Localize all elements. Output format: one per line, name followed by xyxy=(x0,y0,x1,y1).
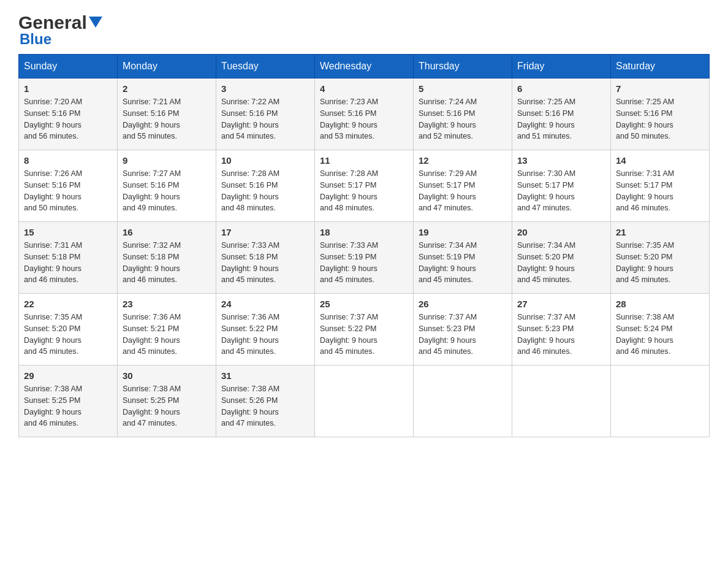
day-info: Sunrise: 7:38 AM Sunset: 5:26 PM Dayligh… xyxy=(221,383,309,429)
day-info: Sunrise: 7:26 AM Sunset: 5:16 PM Dayligh… xyxy=(24,168,112,214)
calendar-cell: 29 Sunrise: 7:38 AM Sunset: 5:25 PM Dayl… xyxy=(19,366,118,437)
day-number: 21 xyxy=(616,227,704,237)
calendar-cell: 22 Sunrise: 7:35 AM Sunset: 5:20 PM Dayl… xyxy=(19,294,118,366)
day-number: 20 xyxy=(517,227,605,237)
day-info: Sunrise: 7:22 AM Sunset: 5:16 PM Dayligh… xyxy=(221,96,309,142)
day-number: 13 xyxy=(517,155,605,166)
calendar-cell: 19 Sunrise: 7:34 AM Sunset: 5:19 PM Dayl… xyxy=(414,222,512,294)
calendar-table: SundayMondayTuesdayWednesdayThursdayFrid… xyxy=(18,54,710,437)
day-info: Sunrise: 7:25 AM Sunset: 5:16 PM Dayligh… xyxy=(517,96,605,142)
day-info: Sunrise: 7:38 AM Sunset: 5:25 PM Dayligh… xyxy=(123,383,211,429)
day-info: Sunrise: 7:23 AM Sunset: 5:16 PM Dayligh… xyxy=(320,96,408,142)
calendar-cell xyxy=(512,366,611,437)
header-thursday: Thursday xyxy=(414,55,512,79)
day-info: Sunrise: 7:34 AM Sunset: 5:19 PM Dayligh… xyxy=(419,240,507,286)
calendar-cell: 13 Sunrise: 7:30 AM Sunset: 5:17 PM Dayl… xyxy=(512,150,611,222)
calendar-cell: 14 Sunrise: 7:31 AM Sunset: 5:17 PM Dayl… xyxy=(611,150,710,222)
calendar-cell: 11 Sunrise: 7:28 AM Sunset: 5:17 PM Dayl… xyxy=(315,150,414,222)
week-row-1: 1 Sunrise: 7:20 AM Sunset: 5:16 PM Dayli… xyxy=(19,79,710,150)
week-row-5: 29 Sunrise: 7:38 AM Sunset: 5:25 PM Dayl… xyxy=(19,366,710,437)
day-info: Sunrise: 7:38 AM Sunset: 5:24 PM Dayligh… xyxy=(616,312,704,358)
calendar-cell: 12 Sunrise: 7:29 AM Sunset: 5:17 PM Dayl… xyxy=(414,150,512,222)
calendar-cell: 28 Sunrise: 7:38 AM Sunset: 5:24 PM Dayl… xyxy=(611,294,710,366)
day-number: 9 xyxy=(123,155,211,166)
calendar-cell: 27 Sunrise: 7:37 AM Sunset: 5:23 PM Dayl… xyxy=(512,294,611,366)
calendar-cell: 24 Sunrise: 7:36 AM Sunset: 5:22 PM Dayl… xyxy=(216,294,315,366)
day-info: Sunrise: 7:28 AM Sunset: 5:17 PM Dayligh… xyxy=(320,168,408,214)
calendar-cell: 4 Sunrise: 7:23 AM Sunset: 5:16 PM Dayli… xyxy=(315,79,414,150)
calendar-cell: 30 Sunrise: 7:38 AM Sunset: 5:25 PM Dayl… xyxy=(118,366,216,437)
calendar-cell: 20 Sunrise: 7:34 AM Sunset: 5:20 PM Dayl… xyxy=(512,222,611,294)
calendar-cell: 1 Sunrise: 7:20 AM Sunset: 5:16 PM Dayli… xyxy=(19,79,118,150)
header-sunday: Sunday xyxy=(19,55,118,79)
day-info: Sunrise: 7:20 AM Sunset: 5:16 PM Dayligh… xyxy=(24,96,112,142)
day-info: Sunrise: 7:29 AM Sunset: 5:17 PM Dayligh… xyxy=(419,168,507,214)
calendar-cell: 6 Sunrise: 7:25 AM Sunset: 5:16 PM Dayli… xyxy=(512,79,611,150)
day-number: 17 xyxy=(221,227,309,237)
calendar-cell: 25 Sunrise: 7:37 AM Sunset: 5:22 PM Dayl… xyxy=(315,294,414,366)
logo-blue-text: Blue xyxy=(20,31,51,48)
calendar-cell: 21 Sunrise: 7:35 AM Sunset: 5:20 PM Dayl… xyxy=(611,222,710,294)
calendar-cell: 8 Sunrise: 7:26 AM Sunset: 5:16 PM Dayli… xyxy=(19,150,118,222)
calendar-cell xyxy=(414,366,512,437)
header-wednesday: Wednesday xyxy=(315,55,414,79)
day-info: Sunrise: 7:36 AM Sunset: 5:21 PM Dayligh… xyxy=(123,312,211,358)
calendar-cell: 7 Sunrise: 7:25 AM Sunset: 5:16 PM Dayli… xyxy=(611,79,710,150)
calendar-cell: 16 Sunrise: 7:32 AM Sunset: 5:18 PM Dayl… xyxy=(118,222,216,294)
day-number: 26 xyxy=(419,299,507,309)
day-number: 25 xyxy=(320,299,408,309)
header-monday: Monday xyxy=(118,55,216,79)
day-info: Sunrise: 7:32 AM Sunset: 5:18 PM Dayligh… xyxy=(123,240,211,286)
day-number: 10 xyxy=(221,155,309,166)
day-number: 16 xyxy=(123,227,211,237)
day-number: 24 xyxy=(221,299,309,309)
day-number: 3 xyxy=(221,83,309,94)
day-info: Sunrise: 7:35 AM Sunset: 5:20 PM Dayligh… xyxy=(616,240,704,286)
day-number: 8 xyxy=(24,155,112,166)
calendar-cell: 15 Sunrise: 7:31 AM Sunset: 5:18 PM Dayl… xyxy=(19,222,118,294)
day-number: 6 xyxy=(517,83,605,94)
day-info: Sunrise: 7:31 AM Sunset: 5:18 PM Dayligh… xyxy=(24,240,112,286)
day-number: 7 xyxy=(616,83,704,94)
day-number: 19 xyxy=(419,227,507,237)
page-header: General Blue xyxy=(18,12,710,48)
day-number: 23 xyxy=(123,299,211,309)
day-info: Sunrise: 7:37 AM Sunset: 5:23 PM Dayligh… xyxy=(419,312,507,358)
calendar-cell: 9 Sunrise: 7:27 AM Sunset: 5:16 PM Dayli… xyxy=(118,150,216,222)
calendar-cell: 2 Sunrise: 7:21 AM Sunset: 5:16 PM Dayli… xyxy=(118,79,216,150)
day-info: Sunrise: 7:30 AM Sunset: 5:17 PM Dayligh… xyxy=(517,168,605,214)
day-info: Sunrise: 7:25 AM Sunset: 5:16 PM Dayligh… xyxy=(616,96,704,142)
day-number: 14 xyxy=(616,155,704,166)
day-info: Sunrise: 7:36 AM Sunset: 5:22 PM Dayligh… xyxy=(221,312,309,358)
day-info: Sunrise: 7:33 AM Sunset: 5:19 PM Dayligh… xyxy=(320,240,408,286)
week-row-2: 8 Sunrise: 7:26 AM Sunset: 5:16 PM Dayli… xyxy=(19,150,710,222)
day-number: 18 xyxy=(320,227,408,237)
day-number: 2 xyxy=(123,83,211,94)
day-info: Sunrise: 7:37 AM Sunset: 5:22 PM Dayligh… xyxy=(320,312,408,358)
calendar-cell xyxy=(315,366,414,437)
day-info: Sunrise: 7:21 AM Sunset: 5:16 PM Dayligh… xyxy=(123,96,211,142)
day-info: Sunrise: 7:31 AM Sunset: 5:17 PM Dayligh… xyxy=(616,168,704,214)
calendar-cell: 10 Sunrise: 7:28 AM Sunset: 5:16 PM Dayl… xyxy=(216,150,315,222)
day-number: 30 xyxy=(123,370,211,381)
day-number: 27 xyxy=(517,299,605,309)
header-tuesday: Tuesday xyxy=(216,55,315,79)
day-info: Sunrise: 7:38 AM Sunset: 5:25 PM Dayligh… xyxy=(24,383,112,429)
calendar-cell: 18 Sunrise: 7:33 AM Sunset: 5:19 PM Dayl… xyxy=(315,222,414,294)
calendar-cell: 5 Sunrise: 7:24 AM Sunset: 5:16 PM Dayli… xyxy=(414,79,512,150)
calendar-cell: 17 Sunrise: 7:33 AM Sunset: 5:18 PM Dayl… xyxy=(216,222,315,294)
day-number: 4 xyxy=(320,83,408,94)
logo-general-text: General xyxy=(18,12,87,33)
day-number: 22 xyxy=(24,299,112,309)
week-row-3: 15 Sunrise: 7:31 AM Sunset: 5:18 PM Dayl… xyxy=(19,222,710,294)
day-number: 28 xyxy=(616,299,704,309)
day-number: 1 xyxy=(24,83,112,94)
header-friday: Friday xyxy=(512,55,611,79)
day-info: Sunrise: 7:35 AM Sunset: 5:20 PM Dayligh… xyxy=(24,312,112,358)
day-number: 5 xyxy=(419,83,507,94)
day-number: 31 xyxy=(221,370,309,381)
day-number: 29 xyxy=(24,370,112,381)
day-info: Sunrise: 7:33 AM Sunset: 5:18 PM Dayligh… xyxy=(221,240,309,286)
day-info: Sunrise: 7:37 AM Sunset: 5:23 PM Dayligh… xyxy=(517,312,605,358)
header-saturday: Saturday xyxy=(611,55,710,79)
